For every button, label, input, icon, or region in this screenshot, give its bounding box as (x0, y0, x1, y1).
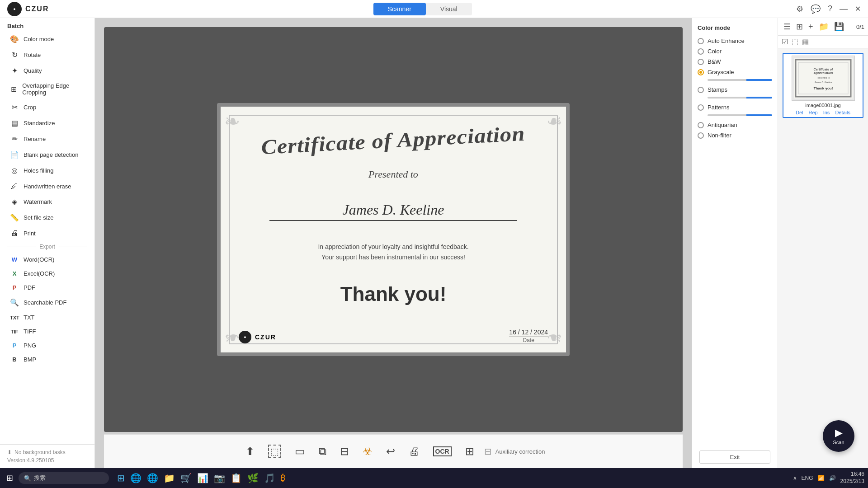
toolbar-btn-ocr[interactable]: OCR (429, 444, 455, 459)
sidebar-item-file-size[interactable]: 📏 Set file size (3, 210, 92, 225)
sidebar-item-excel[interactable]: X Excel(OCR) (3, 267, 92, 280)
sidebar-item-crop[interactable]: ✂ Crop (3, 100, 92, 115)
chat-icon[interactable]: 💬 (811, 4, 821, 14)
grayscale-slider[interactable] (708, 79, 772, 81)
sidebar-label-pdf: PDF (24, 284, 35, 291)
toolbar-btn-adjust[interactable]: ⊟ (336, 442, 353, 460)
del-action[interactable]: Del (796, 110, 803, 115)
sidebar-label-handwritten: Handwritten erase (24, 183, 71, 190)
taskbar-icon-apps[interactable]: ⊞ (115, 471, 127, 485)
taskbar-icon-photo[interactable]: 📷 (212, 471, 227, 485)
taskbar-icon-browser2[interactable]: 🌐 (145, 471, 160, 485)
color-option-non-filter[interactable]: Non-filter (698, 130, 772, 141)
list-view-icon[interactable]: ☰ (782, 21, 793, 33)
settings-icon[interactable]: ⚙ (796, 4, 803, 14)
sidebar-item-standardize[interactable]: ▤ Standardize (3, 116, 92, 131)
color-option-antiquarian[interactable]: Antiquarian (698, 120, 772, 130)
sidebar-item-rotate[interactable]: ↻ Rotate (3, 47, 92, 62)
app-logo: ● (7, 2, 22, 16)
taskbar-icon-music[interactable]: 🎵 (262, 471, 277, 485)
toolbar-btn-biohazard[interactable]: ☣ (359, 442, 376, 460)
add-icon[interactable]: + (807, 21, 815, 33)
lang-indicator: ENG (802, 475, 813, 481)
start-button[interactable]: ⊞ (4, 471, 16, 485)
auxiliary-correction[interactable]: ⊟ Auxiliary correction (484, 446, 545, 457)
sidebar-item-print[interactable]: 🖨 Print (3, 226, 92, 240)
sidebar-item-holes[interactable]: ◎ Holes filling (3, 163, 92, 178)
cert-thanks: Thank you! (340, 283, 447, 305)
sidebar-item-txt[interactable]: TXT TXT (3, 311, 92, 324)
sidebar-item-overlapping[interactable]: ⊞ Overlapping Edge Cropping (3, 79, 92, 99)
taskbar-icon-blue1[interactable]: 📋 (229, 471, 244, 485)
label-antiquarian: Antiquarian (708, 122, 737, 128)
sidebar-label-file-size: Set file size (24, 214, 53, 221)
scan-fab[interactable]: ▶ Scan (823, 420, 854, 452)
taskbar-icon-crypto[interactable]: ₿ (279, 471, 287, 485)
sidebar-item-rename[interactable]: ✏ Rename (3, 131, 92, 146)
toolbar-btn-undo[interactable]: ↩ (382, 442, 399, 460)
wifi-icon: 📶 (818, 475, 825, 481)
sidebar-item-blank-page[interactable]: 📄 Blank page detection (3, 147, 92, 162)
toolbar-btn-select[interactable]: ⬚ (264, 442, 285, 461)
aux-label: Auxiliary correction (495, 448, 545, 455)
ins-action[interactable]: Ins (823, 110, 830, 115)
sidebar-label-txt: TXT (24, 314, 35, 321)
sidebar-item-pdf[interactable]: P PDF (3, 281, 92, 294)
checkbox-icon[interactable]: ☑ (782, 38, 788, 46)
sidebar-item-searchable-pdf[interactable]: 🔍 Searchable PDF (3, 295, 92, 310)
time-display: 16:46 (840, 471, 864, 478)
sidebar-item-bmp[interactable]: B BMP (3, 353, 92, 366)
sidebar-item-watermark[interactable]: ◈ Watermark (3, 194, 92, 209)
sidebar-item-color-mode[interactable]: 🎨 Color mode (3, 32, 92, 47)
taskbar-icon-browser1[interactable]: 🌐 (128, 471, 143, 485)
taskbar-icon-green[interactable]: 📊 (195, 471, 210, 485)
color-option-patterns[interactable]: Patterns (698, 102, 772, 113)
sidebar-item-png[interactable]: P PNG (3, 339, 92, 352)
minimize-icon[interactable]: — (840, 4, 848, 14)
help-icon[interactable]: ? (828, 4, 832, 14)
tab-visual[interactable]: Visual (426, 3, 472, 15)
color-option-stamps[interactable]: Stamps (698, 84, 772, 95)
color-option-bw[interactable]: B&W (698, 56, 772, 67)
toolbar-btn-print-tool[interactable]: 🖨 (405, 442, 423, 460)
sidebar-label-word: Word(OCR) (24, 256, 54, 263)
details-action[interactable]: Details (835, 110, 850, 115)
save-icon[interactable]: 💾 (832, 21, 846, 33)
color-option-auto-enhance[interactable]: Auto Enhance (698, 36, 772, 46)
cert-date-block: 16 / 12 / 2024 Date (509, 328, 548, 343)
toolbar-btn-crop-tool[interactable]: ▭ (291, 442, 309, 460)
label-grayscale: Grayscale (708, 69, 734, 75)
biohazard-icon: ☣ (363, 445, 373, 458)
toolbar: ⬆ ⬚ ▭ ⧉ ⊟ ☣ ↩ 🖨 OCR (104, 434, 683, 468)
color-option-color[interactable]: Color (698, 46, 772, 56)
toolbar-btn-pages[interactable]: ⧉ (315, 442, 330, 460)
patterns-slider[interactable] (708, 114, 772, 116)
select-all-icon[interactable]: ▦ (802, 38, 809, 46)
tray-up-icon[interactable]: ∧ (793, 475, 797, 481)
sidebar-item-word[interactable]: W Word(OCR) (3, 253, 92, 266)
sidebar-item-handwritten[interactable]: 🖊 Handwritten erase (3, 179, 92, 193)
toolbar-btn-qr[interactable]: ⊞ (462, 442, 478, 460)
close-icon[interactable]: ✕ (855, 5, 861, 13)
taskbar-icon-folder[interactable]: 📁 (162, 471, 177, 485)
sidebar-label-watermark: Watermark (24, 198, 52, 205)
holes-icon: ◎ (10, 166, 19, 175)
sidebar-item-quality[interactable]: ✦ Quality (3, 63, 92, 78)
color-option-grayscale[interactable]: Grayscale (698, 67, 772, 77)
stamps-slider[interactable] (708, 97, 772, 99)
exit-button[interactable]: Exit (699, 450, 770, 464)
cert-corner-tl: ❧ (224, 110, 240, 132)
folder-icon[interactable]: 📁 (817, 21, 830, 33)
taskbar-icon-store[interactable]: 🛒 (179, 471, 193, 485)
taskbar-icon-leaf[interactable]: 🌿 (245, 471, 260, 485)
tab-scanner[interactable]: Scanner (373, 3, 426, 15)
taskbar-search[interactable]: 🔍 搜索 (19, 472, 109, 484)
rep-action[interactable]: Rep (809, 110, 818, 115)
label-non-filter: Non-filter (708, 132, 731, 139)
grid-view-icon[interactable]: ⊞ (794, 21, 805, 33)
select-region-icon[interactable]: ⬚ (792, 38, 798, 46)
sidebar-item-tiff[interactable]: TIF TIFF (3, 325, 92, 338)
toolbar-btn-import[interactable]: ⬆ (242, 442, 258, 460)
radio-bw (698, 59, 704, 65)
cert-presented-to: Presented to (368, 169, 418, 180)
